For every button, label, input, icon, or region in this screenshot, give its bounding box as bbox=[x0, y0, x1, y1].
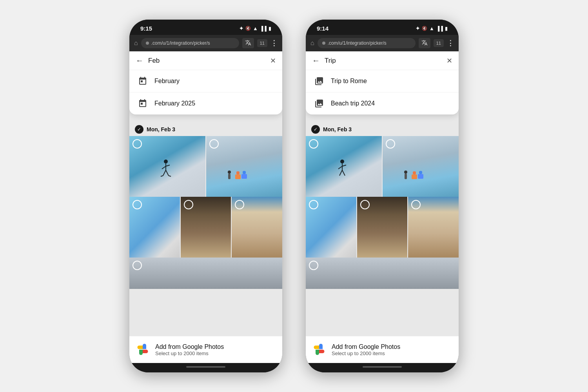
search-field-right[interactable]: Trip bbox=[325, 57, 442, 65]
bottom-bar-right: Add from Google Photos Select up to 2000… bbox=[306, 336, 459, 363]
tab-count-btn[interactable]: 11 bbox=[257, 39, 267, 47]
album-icon-1 bbox=[314, 76, 325, 87]
svg-line-19 bbox=[342, 170, 345, 176]
date-header-right: ✓ Mon, Feb 3 bbox=[306, 121, 459, 136]
phone-right: 9:14 ✦ 🔇 ▲ ▐▐ ▮ ⌂ .com/u/1/integration/p… bbox=[306, 20, 459, 372]
google-photos-logo-right bbox=[312, 343, 326, 357]
tab-count-btn-r[interactable]: 11 bbox=[434, 39, 444, 47]
wifi-icon-r: ▲ bbox=[429, 25, 434, 31]
select-circle-r1[interactable] bbox=[309, 139, 318, 149]
status-bar-right: 9:14 ✦ 🔇 ▲ ▐▐ ▮ bbox=[306, 20, 459, 35]
svg-rect-10 bbox=[236, 171, 240, 174]
add-from-photos-title-left: Add from Google Photos bbox=[155, 343, 224, 350]
secure-icon bbox=[146, 42, 149, 45]
suggestion-february-2025[interactable]: February 2025 bbox=[129, 92, 282, 114]
photo-row-2-left bbox=[129, 197, 282, 258]
svg-line-7 bbox=[169, 176, 171, 176]
search-back-left[interactable]: ← bbox=[136, 56, 143, 65]
bottom-bar-left: Add from Google Photos Select up to 2000… bbox=[129, 336, 282, 363]
select-circle-3[interactable] bbox=[132, 200, 142, 209]
select-circle-4[interactable] bbox=[184, 200, 193, 209]
url-bar-left[interactable]: .com/u/1/integration/picker/s bbox=[141, 38, 239, 48]
home-indicator-left bbox=[129, 363, 282, 372]
svg-rect-12 bbox=[243, 171, 246, 174]
more-btn-r[interactable]: ⋮ bbox=[447, 39, 454, 47]
select-circle-2[interactable] bbox=[209, 139, 219, 149]
translate-btn-r[interactable] bbox=[419, 38, 430, 48]
photo-cell-r5[interactable] bbox=[408, 197, 459, 258]
content-right: ← Trip ✕ Trip to Rome Beach trip 2024 bbox=[306, 51, 459, 363]
photos-area-right: ✓ Mon, Feb 3 bbox=[306, 121, 459, 336]
photo-row-3-left[interactable] bbox=[129, 258, 282, 289]
photo-cell-5[interactable] bbox=[232, 197, 282, 258]
photo-cell-r2[interactable] bbox=[383, 136, 459, 197]
date-text-right: Mon, Feb 3 bbox=[323, 126, 352, 132]
home-icon-r[interactable]: ⌂ bbox=[310, 40, 314, 47]
select-circle-6[interactable] bbox=[132, 261, 142, 270]
svg-point-20 bbox=[404, 171, 407, 174]
search-input-row-right: ← Trip ✕ bbox=[306, 51, 459, 70]
search-back-right[interactable]: ← bbox=[312, 56, 320, 65]
search-dropdown-left: ← Feb ✕ February February 2025 bbox=[129, 51, 282, 114]
photo-cell-1[interactable] bbox=[129, 136, 205, 197]
svg-rect-21 bbox=[405, 174, 407, 179]
album-icon-2 bbox=[314, 98, 325, 109]
search-clear-right[interactable]: ✕ bbox=[446, 56, 452, 65]
add-from-photos-sub-right: Select up to 2000 items bbox=[332, 350, 400, 356]
signal-icon-r: ▐▐ bbox=[436, 26, 443, 31]
select-circle-r3[interactable] bbox=[309, 200, 318, 209]
content-left: ← Feb ✕ February February 2025 ✓ bbox=[129, 51, 282, 363]
select-circle-1[interactable] bbox=[132, 139, 142, 149]
svg-rect-22 bbox=[413, 171, 416, 174]
suggestion-text-2: February 2025 bbox=[154, 100, 195, 107]
search-field-left[interactable]: Feb bbox=[148, 57, 265, 65]
search-input-row-left: ← Feb ✕ bbox=[129, 51, 282, 70]
url-text-right: .com/u/1/integration/picker/s bbox=[328, 40, 387, 46]
browser-actions-left: 11 ⋮ bbox=[242, 38, 278, 48]
photo-cell-r1[interactable] bbox=[306, 136, 382, 197]
suggestion-beach-trip[interactable]: Beach trip 2024 bbox=[306, 92, 459, 114]
bluetooth-icon-r: ✦ bbox=[416, 25, 420, 31]
photo-cell-2[interactable] bbox=[206, 136, 282, 197]
photo-cell-4[interactable] bbox=[181, 197, 231, 258]
photo-row-1-right bbox=[306, 136, 459, 197]
photo-cell-r4[interactable] bbox=[357, 197, 408, 258]
url-text-left: .com/u/1/integration/picker/s bbox=[151, 40, 210, 46]
browser-bar-right: ⌂ .com/u/1/integration/picker/s 11 ⋮ bbox=[306, 35, 459, 51]
suggestion-text-beach: Beach trip 2024 bbox=[331, 100, 375, 107]
photo-row-3-right[interactable] bbox=[306, 258, 459, 289]
mute-icon: 🔇 bbox=[245, 26, 251, 31]
suggestion-text-trip-rome: Trip to Rome bbox=[331, 78, 367, 85]
mute-icon-r: 🔇 bbox=[422, 26, 427, 31]
home-bar-right[interactable] bbox=[363, 366, 402, 368]
suggestion-text-1: February bbox=[154, 78, 180, 85]
search-clear-left[interactable]: ✕ bbox=[270, 56, 276, 65]
select-circle-r4[interactable] bbox=[360, 200, 370, 209]
svg-line-5 bbox=[166, 170, 169, 176]
url-bar-right[interactable]: .com/u/1/integration/picker/s bbox=[318, 38, 416, 48]
more-btn[interactable]: ⋮ bbox=[270, 39, 278, 47]
select-circle-r2[interactable] bbox=[386, 139, 395, 149]
wifi-icon: ▲ bbox=[253, 25, 258, 31]
translate-btn[interactable] bbox=[242, 38, 254, 48]
svg-line-6 bbox=[161, 176, 163, 176]
svg-rect-13 bbox=[241, 174, 247, 179]
google-photos-logo-left bbox=[136, 343, 150, 357]
home-bar-left[interactable] bbox=[186, 366, 225, 368]
status-bar-left: 9:15 ✦ 🔇 ▲ ▐▐ ▮ bbox=[129, 20, 282, 35]
date-check-left[interactable]: ✓ bbox=[135, 125, 143, 134]
svg-point-0 bbox=[164, 160, 168, 163]
suggestion-february[interactable]: February bbox=[129, 70, 282, 92]
calendar-icon-1 bbox=[137, 76, 148, 87]
photo-cell-r3[interactable] bbox=[306, 197, 356, 258]
date-check-right[interactable]: ✓ bbox=[311, 125, 320, 134]
photo-cell-3[interactable] bbox=[129, 197, 180, 258]
svg-line-18 bbox=[339, 170, 342, 176]
battery-icon: ▮ bbox=[269, 26, 271, 31]
select-circle-r6[interactable] bbox=[309, 261, 318, 270]
add-from-photos-title-right: Add from Google Photos bbox=[332, 343, 400, 350]
home-icon[interactable]: ⌂ bbox=[134, 40, 138, 47]
suggestion-trip-rome[interactable]: Trip to Rome bbox=[306, 70, 459, 92]
browser-bar-left: ⌂ .com/u/1/integration/picker/s 11 ⋮ bbox=[129, 35, 282, 51]
svg-rect-25 bbox=[418, 174, 423, 179]
